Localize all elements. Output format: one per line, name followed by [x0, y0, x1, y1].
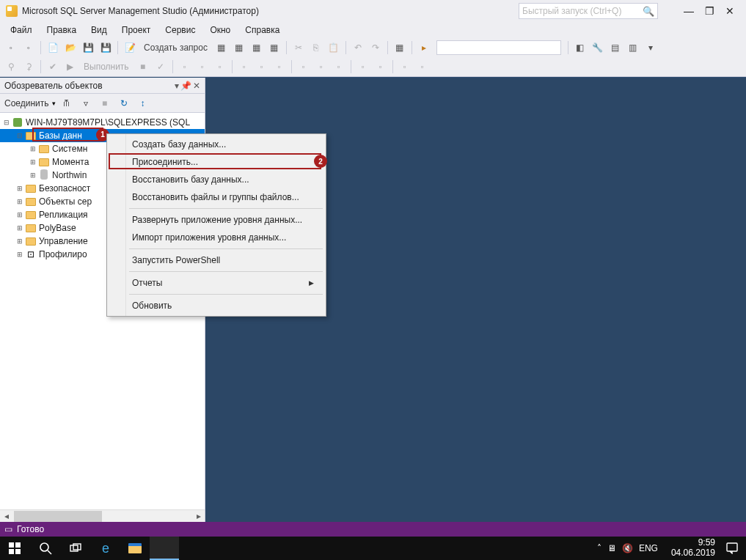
database-combo[interactable] — [436, 40, 561, 55]
taskbar-explorer-button[interactable] — [120, 537, 150, 560]
expand-icon[interactable]: ⊞ — [28, 145, 38, 152]
cm-reports[interactable]: Отчеты▶ — [109, 274, 324, 292]
properties-button[interactable]: ▦ — [392, 40, 408, 56]
undo-button[interactable]: ↶ — [350, 40, 366, 56]
taskbar-ie-button[interactable]: e — [91, 537, 120, 560]
expand-icon[interactable]: ⊞ — [15, 237, 25, 245]
filter-1-icon[interactable]: ⫚ — [59, 95, 75, 111]
new-button[interactable]: 📄 — [45, 40, 61, 56]
tree-horizontal-scrollbar[interactable]: ◂ ▸ — [0, 509, 205, 522]
r9-button[interactable]: ▫ — [331, 59, 347, 75]
refresh-icon[interactable]: ↻ — [116, 95, 132, 111]
expand-icon[interactable]: ⊞ — [15, 251, 25, 258]
taskbar-ssms-button[interactable] — [150, 537, 179, 560]
connect-button[interactable]: ⚲ — [3, 59, 19, 75]
execute-button[interactable]: Выполнить — [79, 62, 134, 72]
disconnect-button[interactable]: ⚳ — [21, 59, 37, 75]
tool-2-button[interactable]: 🔧 — [590, 40, 606, 56]
query-icon[interactable]: ▦ — [266, 40, 282, 56]
close-button[interactable]: ✕ — [720, 3, 740, 19]
scroll-left-icon[interactable]: ◂ — [0, 511, 12, 521]
r7-button[interactable]: ▫ — [296, 59, 312, 75]
menu-file[interactable]: Файл — [3, 23, 40, 37]
nav-back-button[interactable]: ◦ — [3, 40, 19, 56]
action-center-button[interactable] — [721, 537, 743, 560]
scroll-right-icon[interactable]: ▸ — [192, 511, 205, 521]
tool-1-button[interactable]: ◧ — [572, 40, 588, 56]
expand-icon[interactable]: ⊞ — [15, 185, 25, 192]
paste-button[interactable]: 📋 — [326, 40, 342, 56]
menu-view[interactable]: Вид — [84, 23, 114, 37]
taskbar-search-button[interactable] — [29, 537, 62, 560]
filter-2-icon[interactable]: ▿ — [78, 95, 94, 111]
activity-monitor-button[interactable]: ▸ — [416, 40, 432, 56]
copy-button[interactable]: ⎘ — [308, 40, 324, 56]
cut-button[interactable]: ✂ — [290, 40, 307, 56]
stop-button[interactable]: ■ — [135, 59, 151, 75]
tray-network-icon[interactable]: 🖥 — [607, 543, 616, 553]
r6-button[interactable]: ▫ — [271, 59, 288, 75]
cm-import-datatier[interactable]: Импорт приложения уровня данных... — [109, 229, 324, 246]
new-query-icon[interactable]: 📝 — [122, 40, 138, 56]
r3-button[interactable]: ▫ — [212, 59, 228, 75]
cm-restore-db[interactable]: Восстановить базу данных... — [109, 171, 324, 188]
check-button[interactable]: ✓ — [153, 59, 169, 75]
r5-button[interactable]: ▫ — [254, 59, 270, 75]
expand-icon[interactable]: ⊞ — [15, 211, 25, 218]
saveall-button[interactable]: 💾 — [98, 40, 114, 56]
system-tray[interactable]: ˄ 🖥 🔇 ENG — [590, 543, 665, 553]
r2-button[interactable]: ▫ — [194, 59, 211, 75]
connect-dropdown-icon[interactable]: ▾ — [52, 100, 56, 107]
collapse-icon[interactable]: ⊟ — [1, 119, 12, 126]
cm-deploy-datatier[interactable]: Развернуть приложение уровня данных... — [109, 211, 324, 229]
task-view-button[interactable] — [62, 537, 91, 560]
expand-icon[interactable]: ⊞ — [28, 172, 38, 179]
new-query-button[interactable]: Создать запрос — [139, 43, 212, 53]
menu-tools[interactable]: Сервис — [158, 23, 202, 37]
search-icon[interactable]: 🔍 — [643, 6, 654, 17]
start-button[interactable] — [0, 537, 29, 560]
r13-button[interactable]: ▫ — [414, 59, 431, 75]
r10-button[interactable]: ▫ — [355, 59, 371, 75]
expand-icon[interactable]: ⊞ — [15, 224, 25, 232]
menu-window[interactable]: Окно — [202, 23, 238, 37]
expand-icon[interactable]: ⊞ — [15, 198, 25, 205]
r8-button[interactable]: ▫ — [313, 59, 329, 75]
collapse-icon[interactable]: ⊟ — [15, 132, 25, 139]
cm-start-powershell[interactable]: Запустить PowerShell — [109, 251, 324, 269]
cm-restore-files[interactable]: Восстановить файлы и группы файлов... — [109, 188, 324, 206]
menu-help[interactable]: Справка — [238, 23, 287, 37]
panel-dropdown-icon[interactable]: ▾ — [175, 81, 179, 91]
tray-volume-icon[interactable]: 🔇 — [622, 543, 633, 553]
tray-chevron-icon[interactable]: ˄ — [597, 543, 601, 553]
minimize-button[interactable]: — — [679, 3, 699, 19]
cm-attach[interactable]: Присоединить... — [109, 153, 324, 171]
scrollbar-thumb[interactable] — [14, 511, 102, 522]
tool-4-button[interactable]: ▥ — [625, 40, 641, 56]
execute-play-icon[interactable]: ▶ — [62, 62, 78, 72]
quicklaunch-input[interactable]: Быстрый запуск (Ctrl+Q) 🔍 — [519, 3, 658, 19]
dmx-icon[interactable]: ▦ — [231, 40, 247, 56]
tool-dropdown[interactable]: ▾ — [643, 40, 659, 56]
maximize-button[interactable]: ❐ — [699, 3, 720, 19]
taskbar-clock[interactable]: 9:59 04.06.2019 — [665, 538, 721, 559]
expand-icon[interactable]: ↕ — [135, 95, 151, 111]
r1-button[interactable]: ▫ — [177, 59, 193, 75]
tree-server-node[interactable]: ⊟ WIN-MJ79T89M7PL\SQLEXPRESS (SQL — [0, 116, 205, 129]
menu-edit[interactable]: Правка — [40, 23, 84, 37]
open-button[interactable]: 📂 — [62, 40, 78, 56]
cm-refresh[interactable]: Обновить — [109, 297, 324, 314]
cm-new-database[interactable]: Создать базу данных... — [109, 136, 324, 153]
tool-3-button[interactable]: ▤ — [607, 40, 624, 56]
tray-lang[interactable]: ENG — [639, 543, 658, 553]
connect-label[interactable]: Соединить — [4, 98, 49, 108]
expand-icon[interactable]: ⊞ — [28, 158, 38, 166]
save-button[interactable]: 💾 — [80, 40, 96, 56]
stop-icon[interactable]: ■ — [97, 95, 113, 111]
parse-button[interactable]: ✔ — [45, 59, 61, 75]
redo-button[interactable]: ↷ — [367, 40, 384, 56]
nav-fwd-button[interactable]: ◦ — [21, 40, 37, 56]
xmla-icon[interactable]: ▦ — [249, 40, 265, 56]
r12-button[interactable]: ▫ — [397, 59, 413, 75]
mdx-icon[interactable]: ▦ — [213, 40, 230, 56]
